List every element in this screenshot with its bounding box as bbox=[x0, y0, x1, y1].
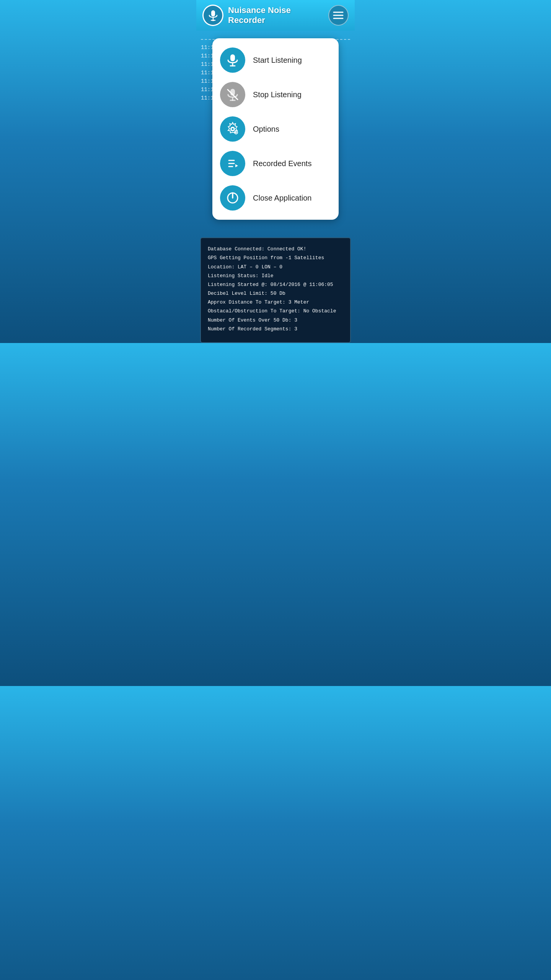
status-line-3: Location: LAT – 0 LON – 0 bbox=[208, 264, 343, 271]
status-line-8: Obstacal/Obstruction To Target: No Obsta… bbox=[208, 308, 343, 315]
status-line-2: GPS Getting Position from -1 Satellites bbox=[208, 255, 343, 261]
menu-item-recorded-events[interactable]: Recorded Events bbox=[220, 151, 331, 176]
hamburger-menu-button[interactable] bbox=[328, 5, 349, 26]
menu-item-stop-listening[interactable]: Stop Listening bbox=[220, 82, 331, 107]
recorded-events-icon-circle bbox=[220, 151, 245, 176]
start-listening-label: Start Listening bbox=[253, 56, 302, 65]
options-icon-circle bbox=[220, 116, 245, 142]
stop-listening-label: Stop Listening bbox=[253, 90, 302, 99]
header-left: Nuisance Noise Recorder bbox=[202, 5, 328, 26]
recorded-events-label: Recorded Events bbox=[253, 159, 311, 168]
status-line-4: Listening Status: Idle bbox=[208, 273, 343, 279]
status-line-7: Approx Distance To Target: 3 Meter bbox=[208, 299, 343, 306]
options-label: Options bbox=[253, 125, 279, 134]
app-title: Nuisance Noise Recorder bbox=[228, 5, 328, 25]
menu-item-close-application[interactable]: Close Application bbox=[220, 185, 331, 211]
status-line-5: Listening Started @: 08/14/2016 @ 11:06:… bbox=[208, 281, 343, 288]
stop-listening-icon-circle bbox=[220, 82, 245, 107]
svg-point-18 bbox=[235, 132, 237, 133]
svg-rect-7 bbox=[230, 54, 235, 61]
status-panel: Database Connected: Connected OK! GPS Ge… bbox=[200, 237, 351, 343]
status-line-1: Database Connected: Connected OK! bbox=[208, 246, 343, 253]
header-mic-button[interactable] bbox=[202, 5, 223, 26]
svg-rect-0 bbox=[211, 10, 215, 16]
svg-marker-22 bbox=[235, 164, 238, 167]
status-line-6: Decibel Level Limit: 50 Db bbox=[208, 290, 343, 297]
status-line-10: Number Of Recorded Segments: 3 bbox=[208, 326, 343, 333]
close-application-icon-circle bbox=[220, 185, 245, 211]
menu-item-start-listening[interactable]: Start Listening bbox=[220, 47, 331, 73]
start-listening-icon-circle bbox=[220, 47, 245, 73]
app-header: Nuisance Noise Recorder bbox=[196, 0, 355, 31]
svg-point-16 bbox=[232, 128, 234, 130]
status-line-9: Number Of Events Over 50 Db: 3 bbox=[208, 317, 343, 324]
menu-item-options[interactable]: Options bbox=[220, 116, 331, 142]
menu-card: Start Listening Stop Listening bbox=[212, 38, 339, 220]
close-application-label: Close Application bbox=[253, 194, 311, 203]
